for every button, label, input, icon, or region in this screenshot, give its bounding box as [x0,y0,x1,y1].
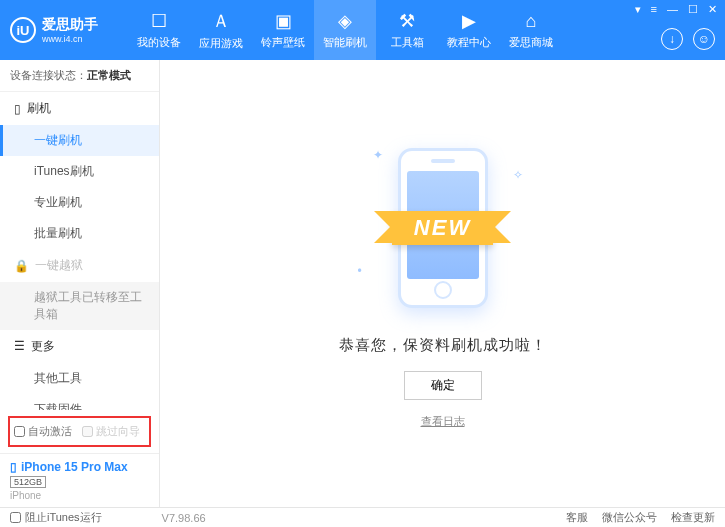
footer-link-wechat[interactable]: 微信公众号 [602,510,657,525]
status-bar: 阻止iTunes运行 V7.98.66 客服 微信公众号 检查更新 [0,507,725,527]
group-jailbreak: 🔒一键越狱 [0,249,159,282]
sidebar-item-other-tools[interactable]: 其他工具 [0,363,159,394]
tab-tutorials[interactable]: ▶教程中心 [438,0,500,60]
list-icon: ☰ [14,339,25,353]
footer-link-support[interactable]: 客服 [566,510,588,525]
ok-button[interactable]: 确定 [404,371,482,400]
view-log-link[interactable]: 查看日志 [421,414,465,429]
logo-title: 爱思助手 [42,16,98,34]
block-itunes-checkbox[interactable]: 阻止iTunes运行 [10,510,102,525]
group-flash[interactable]: ▯刷机 [0,92,159,125]
sidebar-item-pro-flash[interactable]: 专业刷机 [0,187,159,218]
storage-badge: 512GB [10,476,46,488]
device-icon: ☐ [151,10,167,32]
sidebar-item-batch-flash[interactable]: 批量刷机 [0,218,159,249]
top-nav: ☐我的设备 Ａ应用游戏 ▣铃声壁纸 ◈智能刷机 ⚒工具箱 ▶教程中心 ⌂爱思商城 [128,0,562,60]
tab-my-device[interactable]: ☐我的设备 [128,0,190,60]
footer-link-update[interactable]: 检查更新 [671,510,715,525]
success-message: 恭喜您，保资料刷机成功啦！ [339,336,547,355]
tab-toolbox[interactable]: ⚒工具箱 [376,0,438,60]
tab-apps-games[interactable]: Ａ应用游戏 [190,0,252,60]
apps-icon: Ａ [212,9,230,33]
logo-subtitle: www.i4.cn [42,34,98,44]
sidebar-item-download-firmware[interactable]: 下载固件 [0,394,159,410]
user-button[interactable]: ☺ [693,28,715,50]
download-button[interactable]: ↓ [661,28,683,50]
tab-smart-flash[interactable]: ◈智能刷机 [314,0,376,60]
tutorial-icon: ▶ [462,10,476,32]
auto-activate-checkbox[interactable]: 自动激活 [14,424,72,439]
flash-icon: ◈ [338,10,352,32]
phone-icon: ▯ [14,102,21,116]
tab-ringtone-wallpaper[interactable]: ▣铃声壁纸 [252,0,314,60]
ringtone-icon: ▣ [275,10,292,32]
app-header: iU 爱思助手 www.i4.cn ☐我的设备 Ａ应用游戏 ▣铃声壁纸 ◈智能刷… [0,0,725,60]
device-name[interactable]: ▯iPhone 15 Pro Max [10,460,149,474]
device-info: ▯iPhone 15 Pro Max 512GB iPhone [0,453,159,507]
new-ribbon: NEW [392,211,493,245]
phone-small-icon: ▯ [10,460,17,474]
sparkle-icon: • [358,264,362,278]
maximize-icon[interactable]: ☐ [688,3,698,16]
store-icon: ⌂ [526,11,537,32]
device-status: 设备连接状态：正常模式 [0,60,159,92]
group-more[interactable]: ☰更多 [0,330,159,363]
logo-icon: iU [10,17,36,43]
device-type: iPhone [10,490,149,501]
auto-options-highlight: 自动激活 跳过向导 [8,416,151,447]
sidebar: 设备连接状态：正常模式 ▯刷机 一键刷机 iTunes刷机 专业刷机 批量刷机 … [0,60,160,507]
sidebar-item-jailbreak-note: 越狱工具已转移至工具箱 [0,282,159,330]
main-content: ✦ ✧ • NEW 恭喜您，保资料刷机成功啦！ 确定 查看日志 [160,60,725,507]
tab-store[interactable]: ⌂爱思商城 [500,0,562,60]
minimize-icon[interactable]: — [667,3,678,16]
sparkle-icon: ✦ [373,148,383,162]
sidebar-item-itunes-flash[interactable]: iTunes刷机 [0,156,159,187]
close-icon[interactable]: ✕ [708,3,717,16]
success-illustration: ✦ ✧ • NEW [333,138,553,318]
toolbox-icon: ⚒ [399,10,415,32]
sparkle-icon: ✧ [513,168,523,182]
sidebar-item-one-click-flash[interactable]: 一键刷机 [0,125,159,156]
lock-icon: 🔒 [14,259,29,273]
dropdown-icon[interactable]: ▾ [635,3,641,16]
skip-guide-checkbox[interactable]: 跳过向导 [82,424,140,439]
version-label: V7.98.66 [162,512,206,524]
logo: iU 爱思助手 www.i4.cn [10,16,98,44]
header-right-buttons: ↓ ☺ [661,28,715,50]
window-controls-top: ▾ ≡ — ☐ ✕ [635,3,717,16]
menu-icon[interactable]: ≡ [651,3,657,16]
